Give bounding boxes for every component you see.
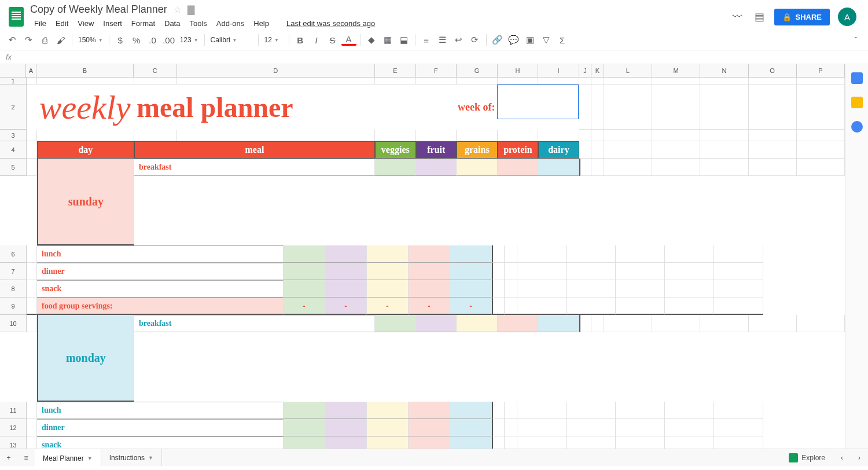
- cell[interactable]: [505, 263, 517, 280]
- cell[interactable]: [27, 159, 37, 176]
- chart-button[interactable]: ▣: [523, 32, 538, 47]
- cell[interactable]: [591, 78, 604, 85]
- meal-monday-dinner[interactable]: dinner: [37, 419, 284, 436]
- servings-monday-lunch-dairy[interactable]: [450, 402, 492, 419]
- servings-sunday-breakfast-veggies[interactable]: [375, 159, 416, 176]
- text-color-button[interactable]: A: [341, 34, 356, 46]
- menu-tools[interactable]: Tools: [185, 17, 211, 30]
- cell[interactable]: [517, 298, 567, 315]
- servings-sunday-snack-dairy[interactable]: [450, 280, 492, 298]
- servings-monday-lunch-fruit[interactable]: [325, 402, 367, 419]
- spreadsheet-grid[interactable]: ABCDEFGHIJKLMNOP 12weeklymeal plannerwee…: [0, 64, 845, 449]
- cell[interactable]: [567, 436, 616, 449]
- cell[interactable]: [665, 245, 714, 263]
- col-header-N[interactable]: N: [700, 64, 748, 78]
- cell[interactable]: [567, 298, 616, 315]
- header-day[interactable]: day: [37, 141, 134, 159]
- menu-format[interactable]: Format: [127, 17, 159, 30]
- collapse-toolbar-button[interactable]: ˆ: [848, 32, 863, 47]
- servings-sunday-lunch-veggies[interactable]: [284, 245, 325, 263]
- col-header-B[interactable]: B: [36, 64, 134, 78]
- cell[interactable]: [749, 85, 797, 130]
- cell[interactable]: [797, 315, 845, 332]
- cell[interactable]: [492, 419, 505, 436]
- cell[interactable]: [505, 419, 517, 436]
- totals-sunday-veggies[interactable]: -: [284, 298, 325, 315]
- cell[interactable]: [567, 263, 616, 280]
- move-folder-icon[interactable]: ▇: [187, 5, 194, 14]
- cell[interactable]: [27, 315, 37, 332]
- servings-monday-snack-dairy[interactable]: [450, 436, 492, 449]
- servings-sunday-breakfast-protein[interactable]: [498, 159, 539, 176]
- cell[interactable]: [591, 130, 604, 141]
- cell[interactable]: [27, 419, 37, 436]
- cell[interactable]: [714, 280, 763, 298]
- menu-data[interactable]: Data: [160, 17, 184, 30]
- formula-input[interactable]: [17, 53, 868, 61]
- cell[interactable]: [616, 436, 665, 449]
- servings-monday-breakfast-protein[interactable]: [498, 315, 539, 332]
- cell[interactable]: [177, 130, 375, 141]
- cell[interactable]: [797, 78, 845, 85]
- doc-title[interactable]: Copy of Weekly Meal Planner: [30, 3, 167, 16]
- totals-sunday-grains[interactable]: -: [367, 298, 409, 315]
- cell[interactable]: [616, 263, 665, 280]
- font-size-select[interactable]: 12▼: [262, 35, 285, 45]
- borders-button[interactable]: ▦: [380, 32, 395, 47]
- star-icon[interactable]: ☆: [174, 5, 182, 14]
- cell[interactable]: [591, 159, 604, 176]
- cell[interactable]: [27, 263, 37, 280]
- undo-button[interactable]: ↶: [5, 32, 20, 47]
- cell[interactable]: [134, 130, 177, 141]
- last-edit-status[interactable]: Last edit was seconds ago: [282, 17, 379, 30]
- cell[interactable]: [492, 436, 505, 449]
- add-sheet-button[interactable]: +: [0, 449, 17, 467]
- cell[interactable]: [714, 419, 763, 436]
- cell[interactable]: [616, 419, 665, 436]
- servings-sunday-dinner-dairy[interactable]: [450, 263, 492, 280]
- cell[interactable]: [749, 130, 797, 141]
- cell[interactable]: [665, 280, 714, 298]
- cell[interactable]: [505, 245, 517, 263]
- cell[interactable]: [700, 130, 748, 141]
- servings-monday-dinner-veggies[interactable]: [284, 419, 325, 436]
- cell[interactable]: [616, 280, 665, 298]
- scroll-left-button[interactable]: ‹: [833, 449, 851, 467]
- functions-button[interactable]: Σ: [555, 32, 570, 47]
- servings-sunday-breakfast-dairy[interactable]: [538, 159, 579, 176]
- italic-button[interactable]: I: [309, 32, 324, 47]
- explore-button[interactable]: Explore: [781, 453, 833, 462]
- servings-monday-snack-veggies[interactable]: [284, 436, 325, 449]
- menu-view[interactable]: View: [73, 17, 98, 30]
- servings-sunday-lunch-protein[interactable]: [409, 245, 450, 263]
- cell[interactable]: [604, 130, 652, 141]
- cell[interactable]: [375, 78, 416, 85]
- cell[interactable]: [27, 85, 37, 130]
- servings-sunday-dinner-protein[interactable]: [409, 263, 450, 280]
- cell[interactable]: [492, 263, 505, 280]
- servings-sunday-snack-fruit[interactable]: [325, 280, 367, 298]
- cell[interactable]: [579, 85, 591, 130]
- servings-monday-lunch-protein[interactable]: [409, 402, 450, 419]
- cell[interactable]: [27, 141, 37, 159]
- cell[interactable]: [517, 263, 567, 280]
- account-avatar[interactable]: A: [838, 8, 856, 26]
- servings-sunday-snack-protein[interactable]: [409, 280, 450, 298]
- menu-addons[interactable]: Add-ons: [212, 17, 248, 30]
- fill-color-button[interactable]: ◆: [364, 32, 379, 47]
- more-formats-select[interactable]: 123▼: [178, 35, 201, 45]
- servings-monday-lunch-veggies[interactable]: [284, 402, 325, 419]
- totals-sunday-fruit[interactable]: -: [325, 298, 367, 315]
- cell[interactable]: [604, 85, 652, 130]
- cell[interactable]: [517, 419, 567, 436]
- servings-monday-snack-grains[interactable]: [367, 436, 409, 449]
- servings-monday-breakfast-fruit[interactable]: [416, 315, 457, 332]
- merge-button[interactable]: ⬓: [396, 32, 411, 47]
- cell[interactable]: [797, 159, 845, 176]
- meal-sunday-snack[interactable]: snack: [37, 280, 284, 298]
- servings-monday-dinner-fruit[interactable]: [325, 419, 367, 436]
- cell[interactable]: [27, 436, 37, 449]
- col-header-L[interactable]: L: [604, 64, 652, 78]
- servings-sunday-snack-grains[interactable]: [367, 280, 409, 298]
- cell[interactable]: [652, 141, 700, 159]
